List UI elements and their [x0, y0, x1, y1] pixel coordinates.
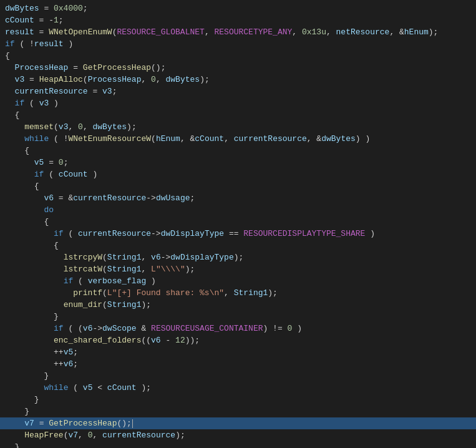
line-content: {	[5, 50, 476, 62]
token-plain: );	[200, 75, 210, 84]
code-line: if ( currentResource->dwDisplayType == R…	[0, 228, 476, 240]
code-line: }	[0, 311, 476, 323]
line-content: while ( !WNetEnumResourceW(hEnum, &cCoun…	[5, 133, 476, 145]
token-plain	[5, 419, 24, 428]
token-fn: enum_dir	[64, 300, 102, 309]
token-plain: ==	[224, 229, 243, 238]
token-plain: ( !	[15, 39, 34, 49]
token-fn: WNetEnumResourceW	[68, 134, 151, 144]
token-op: -	[49, 16, 54, 25]
token-plain: ) !=	[263, 324, 288, 333]
token-num: 0	[59, 158, 64, 167]
token-var: verbose_flag	[88, 276, 147, 286]
line-content: result = WNetOpenEnumW(RESOURCE_GLOBALNE…	[5, 26, 476, 38]
token-plain: ;	[190, 193, 195, 203]
token-var: dwBytes	[321, 134, 356, 144]
line-content: if ( v3 )	[5, 97, 476, 109]
token-plain: )	[49, 99, 59, 108]
token-plain: }	[5, 442, 19, 448]
token-plain: ( !	[49, 134, 68, 144]
line-content: currentResource = v3;	[5, 85, 476, 97]
line-content: do	[5, 204, 476, 216]
token-plain: (	[64, 229, 78, 238]
line-content: ++v6;	[5, 358, 476, 370]
token-fn: enc_shared_folders	[54, 336, 141, 345]
token-plain: );	[137, 383, 151, 392]
token-var: result	[5, 27, 34, 37]
line-content: lstrcatW(String1, L"\\\\");	[5, 263, 476, 275]
token-plain	[5, 134, 24, 144]
token-plain: ++	[5, 348, 64, 357]
token-plain: );	[185, 265, 195, 274]
code-line: printf(L"[+] Found share: %s\n", String1…	[0, 287, 476, 299]
token-plain: }	[5, 371, 49, 381]
token-var: String1	[234, 288, 268, 298]
code-line: if ( (v6->dwScope & RESOURCEUSAGE_CONTAI…	[0, 323, 476, 334]
token-plain: ;	[83, 4, 88, 13]
code-line: }	[0, 441, 476, 448]
token-plain: ,	[141, 253, 151, 262]
line-content: printf(L"[+] Found share: %s\n", String1…	[5, 287, 476, 299]
token-plain: =	[44, 158, 58, 167]
token-var: v7	[68, 431, 78, 440]
token-macro: RESOURCETYPE_ANY	[215, 27, 293, 37]
line-content: enum_dir(String1);	[5, 299, 476, 311]
token-fn: lstrcatW	[64, 265, 102, 274]
token-plain: &	[137, 324, 151, 333]
token-var: dwUsage	[156, 193, 190, 203]
code-line: do	[0, 204, 476, 216]
token-plain	[5, 253, 64, 262]
token-var: netResource	[336, 27, 390, 37]
token-var: v5	[64, 348, 74, 357]
token-var: String1	[107, 300, 142, 309]
token-plain: {	[5, 110, 19, 120]
token-var: dwDisplayType	[170, 253, 233, 262]
token-plain: )	[292, 324, 302, 333]
token-kw: if	[54, 324, 64, 333]
token-plain: , &	[389, 27, 404, 37]
token-plain: ,	[141, 75, 151, 84]
code-line: {	[0, 109, 476, 121]
token-var: v6	[44, 193, 54, 203]
token-var: v3	[15, 75, 25, 84]
token-plain	[5, 324, 54, 333]
token-kw: while	[24, 134, 49, 144]
token-var: v3	[39, 99, 49, 108]
line-content: if ( (v6->dwScope & RESOURCEUSAGE_CONTAI…	[5, 323, 476, 334]
line-content: if ( cCount )	[5, 168, 476, 180]
token-num: 12	[175, 336, 185, 345]
line-content: {	[5, 145, 476, 157]
token-plain: =	[24, 75, 39, 84]
token-num: 0	[151, 75, 156, 84]
token-plain: (	[102, 253, 107, 262]
line-content: }	[5, 406, 476, 417]
text-cursor	[132, 419, 133, 428]
code-line: while ( !WNetEnumResourceW(hEnum, &cCoun…	[0, 133, 476, 145]
token-var: v3	[59, 122, 69, 132]
token-fn: HeapAlloc	[39, 75, 83, 84]
code-line: enc_shared_folders((v6 - 12));	[0, 334, 476, 346]
token-plain: ,	[68, 122, 78, 132]
token-kw: do	[44, 205, 54, 215]
token-plain	[5, 336, 54, 345]
token-plain	[5, 158, 34, 167]
token-plain: ,	[205, 27, 215, 37]
code-line: }	[0, 394, 476, 406]
token-plain: }	[5, 395, 39, 404]
token-plain	[5, 383, 44, 392]
token-plain: }	[5, 407, 29, 416]
token-plain: )	[146, 276, 156, 286]
line-content: if ( verbose_flag )	[5, 275, 476, 287]
code-line: cCount = -1;	[0, 14, 476, 26]
code-line: dwBytes = 0x4000;	[0, 2, 476, 14]
code-line: v7 = GetProcessHeap();	[0, 417, 476, 429]
token-var: v5	[83, 383, 93, 392]
token-kw: if	[54, 229, 64, 238]
line-content: cCount = -1;	[5, 14, 476, 26]
token-plain	[5, 63, 15, 72]
token-var: hEnum	[404, 27, 429, 37]
token-plain: );	[429, 27, 439, 37]
code-line: lstrcatW(String1, L"\\\\");	[0, 263, 476, 275]
token-var: v6	[64, 359, 74, 369]
token-plain: ,	[224, 134, 234, 144]
